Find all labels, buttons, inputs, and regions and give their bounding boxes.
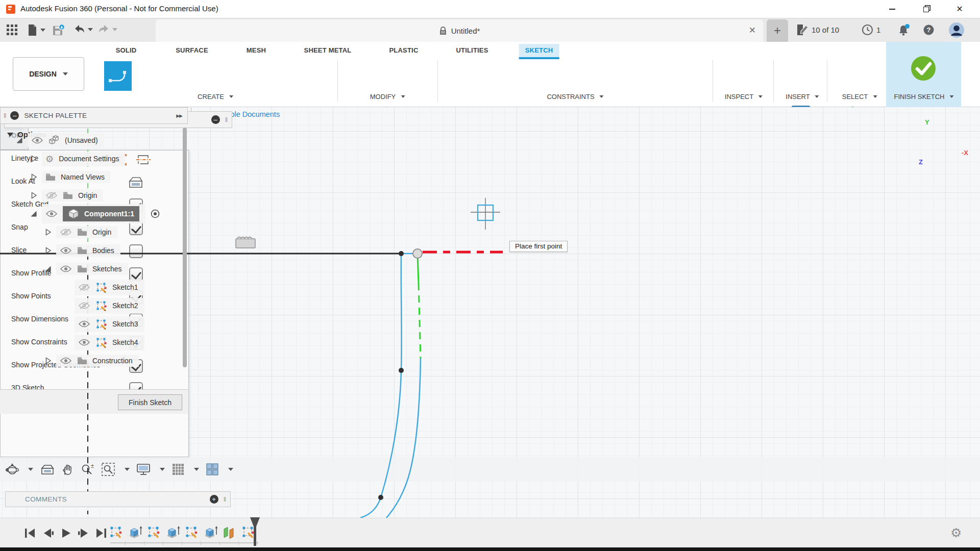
tab-utilities[interactable]: UTILITIES — [450, 44, 494, 57]
panel-grip[interactable]: ‖ — [224, 495, 226, 503]
timeline-position-marker[interactable] — [247, 517, 267, 548]
insert-group-label[interactable]: INSERT — [786, 93, 819, 101]
documents-remaining[interactable]: 10 of 10 — [796, 24, 839, 36]
browser-row--unsaved-[interactable]: (Unsaved) — [15, 131, 104, 149]
browser-row-sketch3[interactable]: Sketch3 — [75, 315, 144, 333]
timeline-item-extrude[interactable] — [128, 525, 142, 541]
tab-plastic[interactable]: PLASTIC — [383, 44, 424, 57]
finish-sketch-button[interactable]: FINISH SKETCH — [886, 42, 961, 107]
browser-row-sketches[interactable]: Sketches — [44, 260, 128, 278]
undo-button[interactable] — [74, 24, 93, 35]
browser-row-sketch1[interactable]: Sketch1 — [75, 278, 144, 296]
timeline-go-end-button[interactable] — [95, 527, 108, 539]
sketch-icon — [95, 282, 107, 293]
notifications-button[interactable] — [897, 23, 911, 36]
browser-row-origin[interactable]: Origin — [30, 186, 103, 205]
expander-collapsed-icon[interactable] — [44, 357, 52, 365]
comments-bar[interactable]: COMMENTS + ‖ — [5, 491, 231, 507]
eye-icon[interactable] — [78, 338, 90, 346]
account-avatar[interactable] — [948, 22, 965, 38]
expander-collapsed-icon[interactable] — [44, 246, 52, 255]
panel-grip[interactable]: ‖ — [4, 112, 6, 119]
eye-icon[interactable] — [60, 357, 72, 365]
eye-icon[interactable] — [60, 265, 72, 273]
line-tool-button[interactable] — [104, 61, 132, 91]
save-button[interactable] — [52, 24, 65, 36]
minimize-button[interactable] — [880, 0, 904, 18]
timeline-step-forward-button[interactable] — [78, 527, 90, 539]
tab-sketch[interactable]: SKETCH — [519, 44, 559, 59]
browser-row-origin[interactable]: Origin — [44, 223, 117, 241]
eye-off-icon[interactable] — [60, 228, 72, 236]
browser-row-sketch2[interactable]: Sketch2 — [75, 296, 144, 315]
tab-solid[interactable]: SOLID — [110, 44, 143, 57]
restore-button[interactable] — [914, 0, 938, 18]
close-button[interactable]: ✕ — [948, 0, 971, 18]
expand-panel-icon[interactable]: ▶▶ — [176, 113, 182, 118]
eye-icon[interactable] — [60, 246, 72, 255]
expander-expanded-icon[interactable] — [30, 210, 38, 218]
timeline-sketch-icon[interactable] — [147, 525, 160, 539]
timeline-extrude-icon[interactable] — [204, 525, 218, 539]
timeline-sketch-icon[interactable] — [109, 525, 122, 539]
plus-circle-icon[interactable]: + — [210, 495, 218, 504]
timeline-item-sketch[interactable] — [147, 525, 160, 541]
browser-row-bodies[interactable]: Bodies — [44, 241, 120, 260]
browser-row-named-views[interactable]: Named Views — [30, 168, 111, 186]
timeline-step-back-button[interactable] — [42, 527, 54, 539]
timeline-item-split[interactable] — [223, 525, 236, 541]
app-grid-button[interactable] — [6, 24, 18, 36]
timeline-item-sketch[interactable] — [109, 525, 122, 541]
eye-icon[interactable] — [45, 210, 58, 218]
timeline-settings-gear-icon[interactable]: ⚙ — [950, 525, 962, 540]
document-tab[interactable]: Untitled* ✕ — [156, 19, 763, 42]
job-status-button[interactable]: 1 — [862, 24, 880, 36]
panel-grip[interactable]: ‖ — [225, 116, 228, 123]
palette-scrollbar[interactable] — [183, 128, 187, 367]
palette-header[interactable]: ‖ – SKETCH PALETTE ▶▶ — [0, 107, 188, 124]
minus-circle-icon[interactable]: – — [211, 115, 220, 124]
tab-surface[interactable]: SURFACE — [169, 44, 214, 57]
activate-component-radio[interactable] — [150, 209, 160, 219]
eye-icon[interactable] — [78, 320, 90, 328]
browser-row-component1-1[interactable]: Component1:1 — [30, 205, 160, 223]
timeline-go-start-button[interactable] — [23, 527, 36, 539]
timeline-item-extrude[interactable] — [166, 525, 180, 541]
expander-collapsed-icon[interactable] — [30, 191, 38, 199]
timeline-split-icon[interactable] — [223, 525, 236, 539]
design-workspace-dropdown[interactable]: DESIGN — [13, 57, 84, 91]
new-tab-button[interactable]: + — [767, 19, 788, 42]
file-menu-button[interactable] — [27, 24, 45, 36]
timeline-extrude-icon[interactable] — [166, 525, 180, 539]
modify-group-label[interactable]: MODIFY — [370, 93, 405, 101]
fusion-logo-icon — [6, 5, 15, 14]
browser-row-construction[interactable]: Construction — [44, 352, 139, 370]
inspect-group-label[interactable]: INSPECT — [725, 93, 763, 101]
sketch-canvas[interactable]: Place first point ◀◀ BROWSER – ‖ (Unsave… — [0, 107, 980, 518]
expander-collapsed-icon[interactable] — [30, 173, 38, 181]
expander-expanded-icon[interactable] — [15, 136, 23, 144]
expander-collapsed-icon[interactable] — [44, 228, 52, 236]
create-group-label[interactable]: CREATE — [198, 93, 233, 101]
tab-close-icon[interactable]: ✕ — [749, 25, 756, 36]
browser-row-sketch4[interactable]: Sketch4 — [75, 333, 144, 352]
eye-off-icon[interactable] — [78, 283, 90, 291]
timeline-item-extrude[interactable] — [204, 525, 218, 541]
eye-off-icon[interactable] — [45, 191, 58, 199]
redo-button[interactable] — [98, 24, 117, 35]
timeline-play-button[interactable] — [60, 527, 72, 539]
help-button[interactable]: ? — [923, 24, 935, 36]
timeline-sketch-icon[interactable] — [185, 525, 198, 539]
select-group-label[interactable]: SELECT — [842, 93, 877, 101]
tab-mesh[interactable]: MESH — [240, 44, 272, 57]
expander-expanded-icon[interactable] — [44, 265, 52, 273]
minus-circle-icon[interactable]: – — [10, 111, 19, 120]
eye-icon[interactable] — [31, 136, 43, 144]
eye-off-icon[interactable] — [78, 302, 90, 310]
timeline-extrude-icon[interactable] — [128, 525, 142, 539]
browser-row-document-settings[interactable]: ⚙Document Settings — [30, 149, 125, 168]
expander-collapsed-icon[interactable] — [30, 155, 38, 163]
timeline-item-sketch[interactable] — [185, 525, 198, 541]
tab-sheet-metal[interactable]: SHEET METAL — [298, 44, 358, 57]
constraints-group-label[interactable]: CONSTRAINTS — [547, 93, 603, 101]
